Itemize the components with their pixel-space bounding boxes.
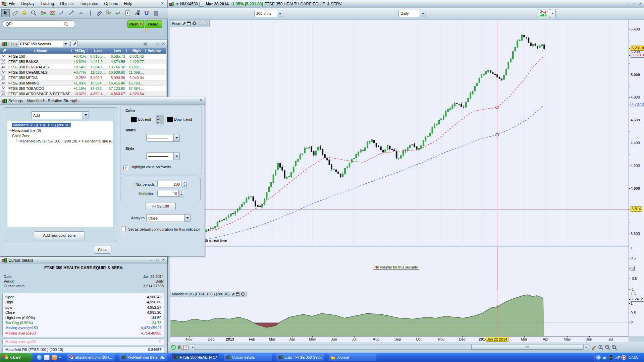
zoom-out-icon[interactable] <box>604 344 610 350</box>
default-checkbox[interactable] <box>121 227 126 231</box>
scroll-right-arrow[interactable]: ► <box>584 345 589 350</box>
chart-style-button[interactable] <box>538 9 550 18</box>
quick-launch-phone-icon[interactable] <box>52 355 57 360</box>
minimize-icon[interactable]: – <box>149 258 154 262</box>
uptrend-swatch[interactable] <box>131 117 137 122</box>
demo-button[interactable]: Demo <box>145 20 162 28</box>
update-icon[interactable] <box>621 355 626 360</box>
column-header-High[interactable]: High <box>127 48 146 53</box>
column-header-Low[interactable]: Low <box>108 48 127 53</box>
column-header-%Chg[interactable]: %Chg <box>72 48 88 53</box>
list-settings-button[interactable] <box>70 41 78 47</box>
taskbar-button[interactable]: Lists - FTSE 350 Sectors <box>276 354 324 361</box>
zd-icon[interactable]: zd <box>615 355 620 360</box>
downtrend-swatch[interactable] <box>167 117 173 122</box>
table-row[interactable]: FTSE 350 CHEMICALS+0.77%11,023....10,938… <box>0 70 166 75</box>
table-row[interactable]: FTSE 350 AEROSPACE & DEFENSE-0.32%4,869.… <box>0 91 166 97</box>
panel-icon[interactable] <box>236 292 239 296</box>
close-icon[interactable]: ✕ <box>638 2 643 6</box>
panel-icon[interactable] <box>187 21 191 25</box>
instrument-button[interactable]: FTSE 100 <box>146 202 176 210</box>
tools-icon[interactable] <box>133 9 141 17</box>
quick-launch-mail-icon[interactable] <box>44 355 50 360</box>
pointer-edit-icon[interactable] <box>591 344 597 350</box>
close-icon[interactable]: ✕ <box>161 42 166 46</box>
chevron-down-icon[interactable] <box>83 112 89 119</box>
style-dropdown[interactable] <box>146 153 180 160</box>
width-dropdown[interactable] <box>146 134 180 142</box>
push-button[interactable]: Push <box>127 20 144 28</box>
chevron-down-icon[interactable] <box>63 41 69 47</box>
period-dropdown[interactable]: Daily <box>398 10 426 17</box>
table-row[interactable]: FTSE 350 BANKS+0.32%4,411.0...4,374.584,… <box>0 59 166 64</box>
close-icon[interactable]: ✕ <box>199 99 203 103</box>
pattern-icon[interactable] <box>39 9 47 17</box>
ruler-icon[interactable] <box>11 9 19 17</box>
default-checkbox-row[interactable]: Set as default configuration for this in… <box>121 227 200 231</box>
traffic-light-icon[interactable] <box>608 355 613 360</box>
tree-item[interactable]: Mansfield RS (FTSE 100 ) (200 10) <box>7 122 113 128</box>
apply-to-dropdown[interactable]: Close <box>146 214 191 222</box>
pointer-icon[interactable] <box>1 9 10 17</box>
zigzag-icon[interactable] <box>48 9 57 17</box>
tray-chevron-icon[interactable]: ◀ <box>596 355 601 360</box>
table-row[interactable]: FTSE 350 MINING+1.03%16,584....16,415.40… <box>0 80 166 86</box>
symbol-caret-icon[interactable]: ▼ <box>176 2 179 6</box>
zoom-in-icon[interactable] <box>611 344 617 350</box>
tree-item[interactable]: Color Zone <box>7 133 113 138</box>
text-icon[interactable]: T <box>123 9 132 17</box>
close-icon[interactable]: ✕ <box>160 2 165 6</box>
chevron-down-icon[interactable] <box>277 10 283 17</box>
menu-options[interactable]: Options <box>104 1 118 6</box>
wrench-icon[interactable] <box>181 21 185 25</box>
menu-trading[interactable]: Trading <box>41 1 54 6</box>
link-colors-button[interactable] <box>156 115 164 124</box>
menu-objects[interactable]: Objects <box>60 1 74 6</box>
maximize-icon[interactable]: □ <box>155 258 160 262</box>
trash-icon[interactable] <box>152 9 160 17</box>
maximize-icon[interactable]: □ <box>155 42 160 46</box>
units-dropdown[interactable]: 200 units <box>254 10 283 17</box>
chart-titlebar[interactable]: ▼ NMX4530 i Mar 28 2014 +1.95% (5,231.03… <box>168 0 644 8</box>
table-row[interactable]: FTSE 350 TOBACCO+1.16%37,632....37,123.8… <box>0 86 166 91</box>
chevron-down-icon[interactable] <box>173 153 179 160</box>
zoom-fit-icon[interactable] <box>598 344 604 350</box>
vertical-line-icon[interactable] <box>86 9 94 17</box>
chevron-right-icon[interactable]: » <box>59 355 61 359</box>
magnet-icon[interactable] <box>142 9 151 17</box>
column-header-Volume[interactable]: Volume <box>146 48 163 53</box>
tree-item[interactable]: Mansfield RS (FTSE 100 ) (200 10) < > Ho… <box>7 138 113 144</box>
settings-titlebar[interactable]: Settings - Mansfield's Relative Strength… <box>0 97 205 105</box>
network-icon[interactable] <box>602 355 607 360</box>
close-icon[interactable]: ✕ <box>161 258 166 262</box>
bar-replay-icon[interactable] <box>177 345 183 351</box>
trendline-icon[interactable] <box>67 9 75 17</box>
price-marking-icon[interactable] <box>114 9 122 17</box>
column-header-Name[interactable]: ⇓ Name <box>8 48 72 53</box>
start-button[interactable]: start <box>0 353 33 362</box>
minimize-icon[interactable]: – <box>149 42 154 46</box>
arrow-up-icon[interactable] <box>204 21 208 25</box>
menu-display[interactable]: Display <box>21 1 34 6</box>
minimize-icon[interactable]: – <box>626 2 631 6</box>
channel-icon[interactable] <box>95 9 104 17</box>
column-tools[interactable] <box>0 48 8 53</box>
table-row[interactable]: FTSE 100+0.41%6,615.5...6,585.736,631.48 <box>0 54 166 59</box>
table-header[interactable]: ⇓ Name%ChgLastLowHighVolume <box>0 48 166 54</box>
taskbar-button[interactable]: ProRealTime Beta [BE... <box>119 354 167 361</box>
nbr-periods-spinner[interactable]: ▲▼ <box>182 181 187 188</box>
arrow-down-icon[interactable] <box>198 21 202 25</box>
segment-icon[interactable] <box>58 9 66 17</box>
minimize-icon[interactable]: – <box>154 2 159 6</box>
dialog-close-button[interactable]: Close <box>94 246 111 254</box>
taskbar-button[interactable]: attachment.php (854... <box>67 354 115 361</box>
multiplier-spinner[interactable]: ▲▼ <box>179 190 184 197</box>
zoom-icon[interactable] <box>30 9 38 17</box>
cursor-titlebar[interactable]: Cursor details – □ ✕ <box>0 257 167 264</box>
chart-style-dropdown[interactable]: ▼ <box>550 9 556 18</box>
table-row[interactable]: FTSE 350 BEVERAGES+0.54%13,840....13,766… <box>0 64 166 70</box>
lists-titlebar[interactable]: Lists FTSE 350 Sectors – □ ✕ <box>0 40 167 48</box>
price-pane[interactable] <box>170 20 629 246</box>
taskbar-button[interactable]: Journal <box>329 354 376 361</box>
tree-item[interactable]: Horizontal line (0) <box>7 128 113 133</box>
